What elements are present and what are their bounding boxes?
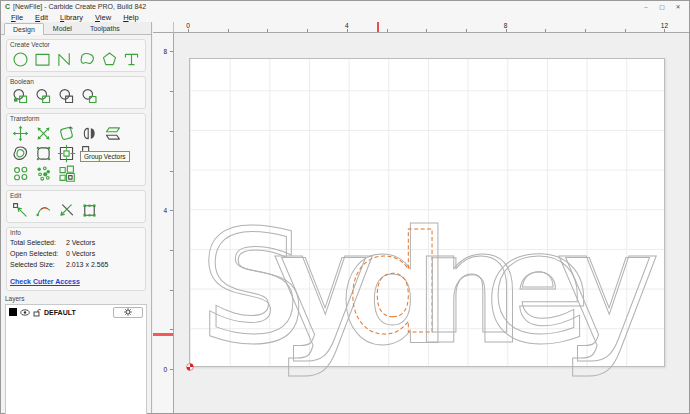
menu-library[interactable]: Library (54, 13, 89, 22)
section-boolean: Boolean (6, 76, 146, 109)
tab-model[interactable]: Model (44, 22, 81, 34)
offset-button[interactable] (10, 143, 31, 163)
offset-icon (11, 144, 30, 163)
circular-array-button[interactable] (10, 163, 31, 183)
curve-button[interactable] (77, 49, 97, 69)
scatter-icon (34, 164, 53, 183)
tab-design[interactable]: Design (4, 23, 44, 35)
ruler-label: 12 (661, 22, 668, 29)
polyline-button[interactable] (55, 49, 75, 69)
title-bar: C [NewFile] - Carbide Create PRO, Build … (1, 1, 689, 12)
edit-polyline-button[interactable] (79, 200, 100, 220)
info-row: Open Selected:0 Vectors (10, 248, 142, 259)
layer-visibility-eye-icon[interactable] (20, 309, 30, 316)
info-row: Selected Size:2.013 x 2.565 (10, 259, 142, 270)
info-row: Total Selected:2 Vectors (10, 237, 142, 248)
ruler-tick (170, 290, 174, 291)
section-title: Create Vector (10, 41, 142, 49)
ruler-label: 0 (186, 22, 190, 29)
move-button[interactable] (10, 123, 31, 143)
round-corners-button[interactable] (33, 143, 54, 163)
section-title: Transform (10, 115, 142, 123)
ruler-tick (170, 210, 174, 211)
transform-icon-row (10, 123, 142, 143)
ruler-tick (545, 29, 546, 33)
check-cutter-access-link[interactable]: Check Cutter Access (10, 278, 80, 285)
polygon-button[interactable] (99, 49, 119, 69)
ruler-tick (170, 51, 174, 52)
ruler-cursor-indicator (153, 333, 173, 336)
ruler-tick (347, 29, 348, 33)
ruler-tick (228, 29, 229, 33)
node-edit-button[interactable] (10, 200, 31, 220)
boolean-union-button[interactable] (10, 86, 31, 106)
ruler-tick (625, 29, 626, 33)
app-window: C [NewFile] - Carbide Create PRO, Build … (0, 0, 690, 414)
node-edit-icon (11, 201, 30, 220)
scale-button[interactable] (33, 123, 54, 143)
scatter-button[interactable] (33, 163, 54, 183)
rectangular-array-button[interactable] (56, 163, 77, 183)
section-edit: Edit (6, 190, 146, 223)
ruler-tick (170, 369, 174, 370)
tab-toolpaths[interactable]: Toolpaths (81, 22, 129, 34)
scale-icon (34, 124, 53, 143)
section-info: Info Total Selected:2 VectorsOpen Select… (6, 227, 146, 291)
menu-edit[interactable]: Edit (29, 13, 54, 22)
vertical-ruler: 048 (153, 33, 174, 413)
skew-button[interactable] (102, 123, 123, 143)
circle-button[interactable] (10, 49, 30, 69)
close-button[interactable]: ✕ (670, 1, 686, 12)
maximize-button[interactable]: ▢ (654, 1, 670, 12)
window-title: [NewFile] - Carbide Create PRO, Build 84… (13, 3, 146, 10)
layer-color-swatch[interactable] (9, 308, 17, 316)
menu-file[interactable]: File (5, 13, 29, 22)
rotate-icon (57, 124, 76, 143)
ruler-tick (506, 29, 507, 33)
boolean-union-icon (11, 87, 30, 106)
section-title: Boolean (10, 78, 142, 86)
skew-icon (103, 124, 122, 143)
create-vector-icon-row (10, 49, 142, 69)
menu-help[interactable]: Help (117, 13, 144, 22)
boolean-weld-button[interactable] (79, 86, 100, 106)
mirror-button[interactable] (79, 123, 100, 143)
trim-icon (57, 201, 76, 220)
layer-settings-button[interactable] (113, 307, 143, 318)
minimize-button[interactable]: – (638, 1, 654, 12)
rectangle-button[interactable] (32, 49, 52, 69)
boolean-intersect-button[interactable] (56, 86, 77, 106)
section-title: Edit (10, 192, 142, 200)
horizontal-ruler: 04812 (174, 22, 689, 33)
circular-array-icon (11, 164, 30, 183)
stock-area[interactable] (189, 58, 665, 367)
layer-name: DEFAULT (44, 309, 110, 316)
ruler-tick (170, 171, 174, 172)
curve-icon (78, 50, 97, 69)
boolean-subtract-button[interactable] (33, 86, 54, 106)
ruler-tick (307, 29, 308, 33)
ruler-tick (170, 329, 174, 330)
rotate-button[interactable] (56, 123, 77, 143)
tab-bar: DesignModelToolpaths (1, 22, 151, 35)
boolean-intersect-icon (57, 87, 76, 106)
ruler-tick (387, 29, 388, 33)
layer-unlock-icon[interactable] (33, 308, 41, 317)
trim-button[interactable] (56, 200, 77, 220)
curve-edit-button[interactable] (33, 200, 54, 220)
menu-view[interactable]: View (89, 13, 117, 22)
ruler-label: 4 (345, 22, 349, 29)
sidebar: DesignModelToolpaths Create Vector Boole… (1, 22, 152, 413)
info-label: Selected Size: (10, 259, 66, 270)
text-button[interactable] (122, 49, 142, 69)
rectangle-icon (33, 50, 52, 69)
info-label: Open Selected: (10, 248, 66, 259)
ruler-tick (188, 29, 189, 33)
layer-row[interactable]: DEFAULT (6, 305, 146, 319)
info-value: 0 Vectors (66, 250, 95, 257)
ruler-cursor-indicator (377, 22, 379, 33)
design-canvas[interactable]: 04812 048 (153, 22, 689, 413)
align-center-button[interactable] (56, 143, 77, 163)
transform-icon-row (10, 163, 142, 183)
layers-list[interactable]: DEFAULT (5, 304, 147, 414)
